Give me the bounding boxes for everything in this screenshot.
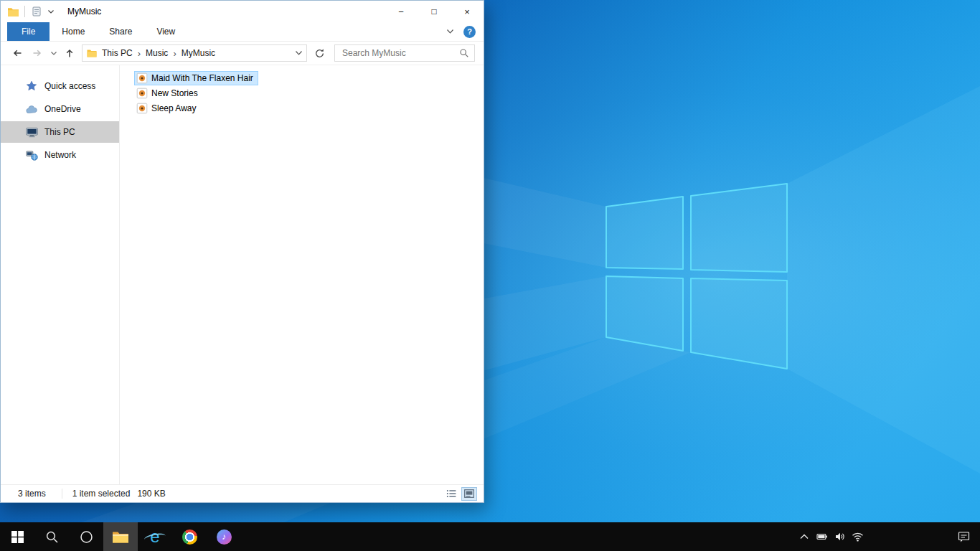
desktop: MyMusic − □ × File Home Share View ? bbox=[0, 0, 980, 551]
start-button[interactable] bbox=[0, 522, 34, 551]
ribbon-tab-file[interactable]: File bbox=[7, 22, 50, 41]
status-item-count: 3 items bbox=[18, 489, 46, 499]
forward-button[interactable] bbox=[28, 44, 47, 62]
ribbon-tab-bar: File Home Share View ? bbox=[1, 22, 484, 42]
window-folder-icon bbox=[7, 6, 19, 17]
file-list: Maid With The Flaxen Hair New Stories bbox=[120, 65, 484, 484]
breadcrumb-separator: › bbox=[138, 48, 141, 59]
file-name: Maid With The Flaxen Hair bbox=[151, 73, 253, 83]
ribbon-tab-view[interactable]: View bbox=[144, 22, 187, 41]
computer-icon bbox=[25, 126, 38, 138]
up-button[interactable] bbox=[60, 44, 79, 62]
status-bar: 3 items 1 item selected 190 KB bbox=[1, 484, 484, 502]
status-selected-size: 190 KB bbox=[137, 489, 165, 499]
cortana-button[interactable] bbox=[69, 522, 103, 551]
sidebar-item-quick-access[interactable]: Quick access bbox=[1, 75, 119, 97]
breadcrumb-segment-mymusic[interactable]: MyMusic bbox=[179, 48, 218, 58]
wifi-icon[interactable] bbox=[849, 522, 867, 551]
maximize-button[interactable]: □ bbox=[418, 1, 451, 22]
ribbon-tab-share[interactable]: Share bbox=[97, 22, 144, 41]
itunes-button[interactable]: ♪ bbox=[207, 522, 241, 551]
tray-spacer bbox=[867, 522, 947, 551]
close-button[interactable]: × bbox=[451, 1, 484, 22]
file-item[interactable]: Maid With The Flaxen Hair bbox=[134, 71, 258, 85]
breadcrumb-segment-this-pc[interactable]: This PC bbox=[99, 48, 136, 58]
music-file-icon bbox=[136, 72, 148, 84]
system-tray bbox=[795, 522, 980, 551]
ribbon-tab-home[interactable]: Home bbox=[50, 22, 97, 41]
address-folder-icon bbox=[87, 49, 97, 57]
ribbon-right-controls: ? bbox=[445, 22, 484, 41]
sidebar-item-onedrive[interactable]: OneDrive bbox=[1, 98, 119, 120]
breadcrumb-segment-music[interactable]: Music bbox=[143, 48, 171, 58]
large-icons-view-button[interactable] bbox=[461, 487, 477, 501]
address-dropdown-chevron-icon[interactable] bbox=[292, 46, 305, 60]
ribbon-expand-chevron-icon[interactable] bbox=[445, 25, 455, 38]
details-view-button[interactable] bbox=[443, 487, 459, 501]
quick-access-toolbar-button[interactable] bbox=[30, 4, 43, 19]
status-selected-count: 1 item selected bbox=[62, 489, 131, 499]
window-body: Quick access OneDrive bbox=[1, 65, 484, 484]
search-taskbar-button[interactable] bbox=[34, 522, 69, 551]
file-name: New Stories bbox=[151, 88, 198, 98]
chrome-icon bbox=[182, 529, 197, 545]
chrome-button[interactable] bbox=[172, 522, 207, 551]
music-file-icon bbox=[136, 103, 148, 114]
internet-explorer-button[interactable]: e bbox=[138, 522, 172, 551]
search-input[interactable] bbox=[341, 47, 459, 59]
help-button[interactable]: ? bbox=[463, 26, 476, 38]
cloud-icon bbox=[25, 103, 38, 116]
sidebar-item-label: Quick access bbox=[44, 81, 95, 91]
file-explorer-window: MyMusic − □ × File Home Share View ? bbox=[0, 0, 484, 503]
action-center-icon[interactable] bbox=[947, 522, 980, 551]
refresh-button[interactable] bbox=[310, 44, 329, 62]
file-explorer-taskbar-button[interactable] bbox=[103, 522, 138, 551]
breadcrumb-separator: › bbox=[173, 48, 176, 59]
file-name: Sleep Away bbox=[151, 103, 197, 113]
view-toggles bbox=[443, 487, 484, 501]
navigation-pane: Quick access OneDrive bbox=[1, 65, 120, 484]
star-icon bbox=[25, 80, 38, 93]
minimize-button[interactable]: − bbox=[385, 1, 418, 22]
itunes-icon: ♪ bbox=[217, 529, 232, 545]
recent-locations-chevron-icon[interactable] bbox=[48, 44, 59, 62]
search-box bbox=[334, 44, 475, 62]
window-controls: − □ × bbox=[385, 1, 484, 22]
taskbar: e ♪ bbox=[0, 522, 980, 551]
navigation-toolbar: This PC › Music › MyMusic bbox=[1, 42, 484, 65]
volume-icon[interactable] bbox=[831, 522, 849, 551]
sidebar-item-this-pc[interactable]: This PC bbox=[1, 121, 119, 143]
quick-access-customize-chevron-icon[interactable] bbox=[46, 4, 56, 19]
music-file-icon bbox=[136, 88, 148, 99]
titlebar-separator bbox=[24, 6, 25, 17]
ie-icon: e bbox=[146, 527, 164, 547]
file-item[interactable]: New Stories bbox=[134, 86, 203, 100]
titlebar: MyMusic − □ × bbox=[1, 1, 484, 22]
battery-icon[interactable] bbox=[813, 522, 831, 551]
address-bar[interactable]: This PC › Music › MyMusic bbox=[82, 44, 307, 62]
back-button[interactable] bbox=[8, 44, 27, 62]
sidebar-item-label: OneDrive bbox=[44, 104, 81, 114]
network-icon bbox=[25, 149, 38, 161]
search-icon[interactable] bbox=[459, 48, 469, 58]
tray-chevron-up-icon[interactable] bbox=[795, 522, 813, 551]
file-item[interactable]: Sleep Away bbox=[134, 101, 202, 116]
sidebar-item-label: This PC bbox=[44, 127, 75, 137]
sidebar-item-label: Network bbox=[44, 150, 76, 160]
window-title: MyMusic bbox=[67, 6, 101, 17]
sidebar-item-network[interactable]: Network bbox=[1, 144, 119, 166]
